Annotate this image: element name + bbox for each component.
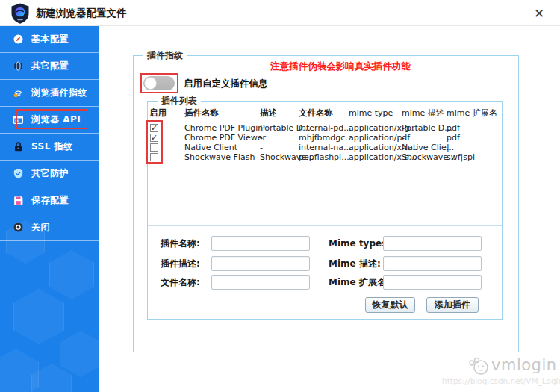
title-bar: 新建浏览器配置文件 ✕ — [0, 0, 560, 26]
power-icon — [13, 222, 24, 233]
plugin-name-label: 插件名称: — [161, 236, 200, 251]
sidebar-item-close[interactable]: 关闭 — [0, 214, 99, 241]
sidebar-item-label: 其它防护 — [31, 167, 69, 180]
browser-window-icon — [13, 114, 24, 125]
cell-mime-ext: pdf — [447, 133, 460, 143]
mime-ext-label: Mime 扩展名: — [329, 275, 390, 290]
sidebar-item-save-config[interactable]: 保存配置 — [0, 187, 99, 214]
file-name-input[interactable] — [211, 275, 310, 290]
cell-mime-type: application/pdf — [349, 133, 410, 143]
col-header-mime-ext: mime 扩展名 — [447, 108, 497, 119]
table-bottom-divider — [148, 225, 502, 226]
compass-icon — [13, 34, 24, 45]
plugin-name-input[interactable] — [211, 236, 310, 251]
toggle-knob — [144, 77, 157, 90]
sidebar-item-basic-config[interactable]: 基本配置 — [0, 26, 99, 53]
mime-types-input[interactable] — [383, 236, 482, 251]
globe-icon — [13, 60, 24, 72]
fingerprint-icon — [13, 87, 24, 99]
custom-plugin-toggle[interactable] — [143, 76, 175, 90]
col-header-desc: 描述 — [260, 108, 277, 119]
cell-file: mhjfbmdgc... — [299, 133, 353, 143]
col-header-name: 插件名称 — [184, 108, 219, 119]
mime-ext-input[interactable] — [383, 275, 482, 290]
sidebar-item-label: 保存配置 — [31, 194, 69, 207]
row-enabled-checkbox[interactable] — [150, 124, 158, 132]
sidebar-item-label: 其它配置 — [31, 60, 69, 72]
sidebar-item-label: 浏览器 API — [31, 113, 81, 126]
cell-desc: - — [260, 143, 263, 152]
watermark-url: https://blog.csdn.net/VM_Login — [442, 376, 558, 385]
close-icon[interactable]: ✕ — [530, 4, 548, 22]
cell-file: pepflashpl... — [299, 152, 349, 162]
sidebar-item-label: SSL 指纹 — [31, 140, 73, 153]
col-header-mime-desc: mime 描述 — [402, 108, 444, 119]
hexagon-pattern — [60, 331, 99, 377]
table-header-divider — [149, 119, 502, 119]
sidebar-item-plugin-fingerprint[interactable]: 浏览插件指纹 — [0, 80, 99, 107]
col-header-file: 文件名称 — [299, 108, 333, 119]
cell-mime-ext: swf|spl — [447, 152, 475, 162]
dialog-window: 新建浏览器配置文件 ✕ 基本配置 其它配置 — [0, 0, 560, 392]
vmlogin-mascot-icon — [467, 357, 490, 376]
cell-plugin-name: Chrome PDF Plugin — [184, 123, 263, 133]
cell-plugin-name: Native Client — [184, 143, 237, 152]
hexagon-pattern — [13, 289, 64, 344]
app-logo-icon — [10, 3, 30, 24]
cell-plugin-name: Chrome PDF Viewer — [184, 133, 266, 143]
sidebar-item-other-config[interactable]: 其它配置 — [0, 53, 99, 80]
mime-desc-label: Mime 描述: — [329, 256, 381, 271]
sidebar-item-label: 基本配置 — [31, 33, 69, 46]
cell-mime-desc: Portable D... — [402, 123, 452, 133]
hexagon-pattern — [49, 250, 94, 299]
plugin-desc-input[interactable] — [211, 256, 310, 271]
file-name-label: 文件名称: — [161, 275, 200, 290]
add-plugin-button[interactable]: 添加插件 — [426, 297, 479, 313]
sidebar-item-label: 浏览插件指纹 — [31, 87, 87, 99]
cell-desc: - — [260, 133, 263, 143]
sidebar-nav: 基本配置 其它配置 浏览插件指纹 浏览器 — [0, 26, 99, 392]
row-enabled-checkbox[interactable] — [150, 143, 158, 152]
sidebar-item-browser-api[interactable]: 浏览器 API — [0, 107, 99, 134]
toggle-label: 启用自定义插件信息 — [184, 76, 268, 90]
vmlogin-watermark: vmlogin — [491, 356, 557, 374]
sidebar-item-ssl-fingerprint[interactable]: SSL 指纹 — [0, 134, 99, 161]
cell-plugin-name: Shockwave Flash — [184, 152, 255, 162]
row-enabled-checkbox[interactable] — [150, 134, 158, 142]
cell-mime-ext: pdf — [447, 123, 460, 133]
restore-default-button[interactable]: 恢复默认 — [365, 297, 415, 313]
row-enabled-checkbox[interactable] — [150, 153, 158, 161]
sidebar-item-label: 关闭 — [31, 221, 50, 234]
save-icon — [13, 195, 24, 206]
cell-mime-desc: - — [402, 133, 405, 143]
window-title: 新建浏览器配置文件 — [36, 0, 127, 26]
plugin-desc-label: 插件描述: — [161, 256, 200, 271]
warning-text: 注意插件伪装会影响真实插件功能 — [163, 60, 518, 73]
sidebar-item-other-protection[interactable]: 其它防护 — [0, 161, 99, 187]
cell-file: internal-pd... — [299, 123, 352, 133]
cell-mime-ext: | — [447, 143, 449, 152]
mime-desc-input[interactable] — [383, 256, 482, 271]
col-header-enabled: 启用 — [149, 108, 167, 119]
cell-file: internal-na... — [299, 143, 351, 152]
shield-icon — [13, 168, 24, 179]
lock-icon — [13, 141, 24, 152]
section-title: 插件指纹 — [143, 49, 187, 61]
col-header-mime-type: mime type — [349, 108, 393, 119]
plugin-list-title: 插件列表 — [158, 95, 201, 107]
